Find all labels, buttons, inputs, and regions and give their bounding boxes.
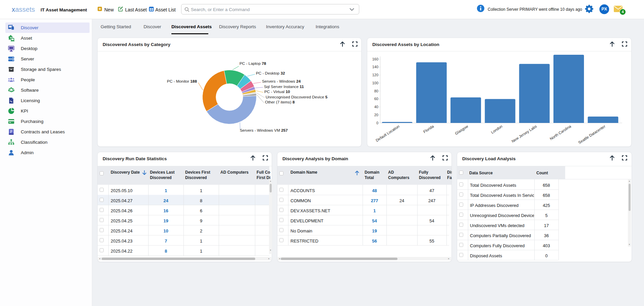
svg-text:Seattle Datacenter: Seattle Datacenter — [578, 124, 606, 144]
svg-text:0: 0 — [376, 121, 378, 125]
svg-text:Glasgow: Glasgow — [454, 124, 469, 135]
svg-text:120: 120 — [372, 73, 378, 77]
svg-text:140: 140 — [372, 65, 378, 69]
svg-text:20: 20 — [374, 113, 378, 117]
svg-text:London: London — [490, 124, 503, 135]
svg-text:80: 80 — [374, 89, 378, 93]
svg-text:Florida: Florida — [423, 124, 435, 134]
svg-text:Default Location: Default Location — [375, 124, 400, 143]
svg-text:100: 100 — [372, 81, 378, 85]
svg-text:New Jersey Labs: New Jersey Labs — [511, 124, 537, 143]
svg-text:40: 40 — [374, 105, 378, 109]
svg-text:North Carolina: North Carolina — [549, 124, 572, 141]
svg-text:160: 160 — [372, 57, 378, 61]
svg-text:60: 60 — [374, 97, 378, 101]
